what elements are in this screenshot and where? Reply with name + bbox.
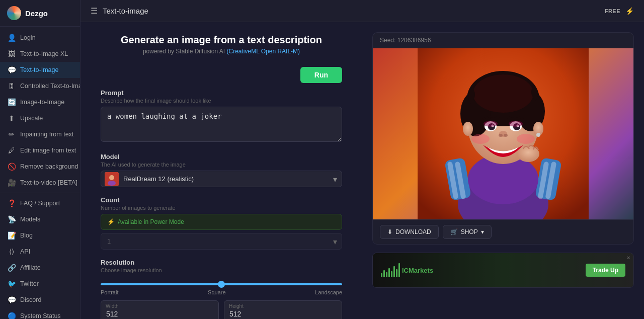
model-group: Model The AI used to generate the image … bbox=[101, 153, 342, 187]
height-label: Height bbox=[229, 303, 244, 309]
page-subheading: powered by Stable Diffusion AI (Creative… bbox=[101, 48, 342, 55]
license-link[interactable]: (CreativeML Open RAIL-M) bbox=[226, 48, 300, 55]
shop-chevron-icon: ▾ bbox=[481, 228, 484, 235]
svg-point-30 bbox=[463, 122, 473, 136]
plan-badge: FREE bbox=[605, 8, 620, 14]
model-select-wrapper: RealDream 12 (realistic) Stable Diffusio… bbox=[101, 171, 342, 187]
upscale-icon: ⬆ bbox=[7, 114, 16, 122]
svg-point-25 bbox=[509, 121, 523, 127]
sidebar-item-text-to-image[interactable]: 💬 Text-to-Image bbox=[0, 62, 80, 78]
ad-bar bbox=[393, 266, 395, 277]
content-area: Generate an image from a text descriptio… bbox=[80, 22, 644, 319]
blog-icon: 📝 bbox=[7, 231, 16, 240]
svg-point-27 bbox=[499, 134, 503, 137]
main: ☰ Text-to-image FREE ⚡ Generate an image… bbox=[80, 0, 644, 319]
image-actions: ⬇ DOWNLOAD 🛒 SHOP ▾ bbox=[373, 219, 633, 244]
shop-button[interactable]: 🛒 SHOP ▾ bbox=[443, 225, 492, 239]
svg-point-17 bbox=[473, 74, 533, 113]
power-mode-text: Available in Power Mode bbox=[118, 218, 184, 225]
sidebar-item-api[interactable]: ⟨⟩ API bbox=[0, 244, 80, 260]
download-label: DOWNLOAD bbox=[395, 228, 431, 235]
twitter-icon: 🐦 bbox=[7, 280, 16, 288]
sidebar-item-text-to-video[interactable]: 🎥 Text-to-video [BETA] bbox=[0, 175, 80, 191]
sidebar-logo: Dezgo bbox=[0, 0, 80, 27]
count-select-wrapper: 1 ▾ bbox=[101, 233, 342, 250]
sidebar-item-label: Login bbox=[20, 34, 36, 41]
sidebar-item-inpainting[interactable]: ✏ Inpainting from text bbox=[0, 126, 80, 142]
sidebar-item-label: API bbox=[20, 248, 30, 255]
svg-point-28 bbox=[504, 134, 508, 137]
sidebar-item-login[interactable]: 👤 Login bbox=[0, 30, 80, 46]
page-title: Generate an image from a text descriptio… bbox=[101, 34, 342, 46]
ad-brand: ICMarkets bbox=[381, 263, 433, 277]
sidebar-item-remove-background[interactable]: 🚫 Remove background bbox=[0, 158, 80, 175]
sidebar-item-label: Blog bbox=[20, 232, 33, 239]
width-label: Width bbox=[106, 303, 119, 309]
image-card: Seed: 1206386956 bbox=[372, 32, 634, 245]
sidebar-item-text-to-image-xl[interactable]: 🖼 Text-to-Image XL bbox=[0, 46, 80, 62]
resolution-slider[interactable] bbox=[101, 283, 342, 285]
ad-inner: ICMarkets Trade Up bbox=[373, 253, 633, 287]
model-label: Model bbox=[101, 153, 342, 161]
ad-bar bbox=[386, 272, 387, 277]
sidebar-item-edit-image[interactable]: 🖊 Edit image from text bbox=[0, 142, 80, 158]
ad-bar bbox=[388, 268, 390, 277]
sidebar-item-image-to-image[interactable]: 🔄 Image-to-Image bbox=[0, 94, 80, 110]
sidebar-item-label: Controlled Text-to-Image bbox=[20, 83, 80, 90]
sidebar-item-label: Text-to-Image XL bbox=[20, 50, 68, 57]
sidebar-item-controlled-text-to-image[interactable]: 🎛 Controlled Text-to-Image bbox=[0, 78, 80, 94]
text-image-icon: 💬 bbox=[7, 66, 16, 74]
sidebar-item-faq[interactable]: ❓ FAQ / Support bbox=[0, 195, 80, 211]
ad-close-icon[interactable]: ✕ bbox=[626, 255, 630, 261]
power-mode-notice: ⚡ Available in Power Mode bbox=[101, 214, 342, 230]
svg-point-33 bbox=[517, 134, 535, 144]
ad-chart-icon bbox=[381, 263, 400, 277]
model-avatar bbox=[105, 172, 119, 186]
width-group: Width bbox=[101, 300, 219, 319]
sidebar-item-label: Discord bbox=[20, 296, 41, 303]
model-hint: The AI used to generate the image bbox=[101, 162, 342, 168]
topbar: ☰ Text-to-image FREE ⚡ bbox=[80, 0, 644, 22]
square-label: Square bbox=[208, 289, 225, 295]
run-button[interactable]: Run bbox=[300, 67, 342, 83]
topbar-left: ☰ Text-to-image bbox=[91, 6, 148, 16]
count-chevron-icon: ▾ bbox=[333, 236, 337, 246]
ad-brand-name: ICMarkets bbox=[402, 267, 433, 274]
ad-bar bbox=[381, 273, 382, 277]
svg-point-31 bbox=[536, 133, 540, 137]
ad-bar bbox=[391, 271, 392, 277]
height-group: Height bbox=[224, 300, 342, 319]
prompt-input[interactable]: a women laughing at a joker bbox=[101, 107, 342, 142]
portrait-label: Portrait bbox=[101, 289, 118, 295]
sidebar-item-upscale[interactable]: ⬆ Upscale bbox=[0, 110, 80, 126]
controlled-icon: 🎛 bbox=[7, 82, 16, 90]
sidebar-item-label: Inpainting from text bbox=[20, 131, 73, 138]
sidebar: Dezgo 👤 Login 🖼 Text-to-Image XL 💬 Text-… bbox=[0, 0, 80, 319]
bolt-small-icon: ⚡ bbox=[107, 218, 115, 225]
models-icon: 📡 bbox=[7, 215, 16, 223]
resolution-group: Resolution Choose image resolution Portr… bbox=[101, 259, 342, 319]
sidebar-item-label: Edit image from text bbox=[20, 147, 76, 154]
download-icon: ⬇ bbox=[387, 228, 392, 235]
model-select[interactable]: RealDream 12 (realistic) Stable Diffusio… bbox=[101, 171, 342, 187]
sidebar-nav: 👤 Login 🖼 Text-to-Image XL 💬 Text-to-Ima… bbox=[0, 27, 80, 319]
ad-bar bbox=[396, 269, 397, 277]
count-hint: Number of images to generate bbox=[101, 205, 342, 211]
download-button[interactable]: ⬇ DOWNLOAD bbox=[380, 225, 439, 239]
sidebar-item-label: Twitter bbox=[20, 280, 39, 287]
sidebar-item-blog[interactable]: 📝 Blog bbox=[0, 227, 80, 244]
run-button-container: Run bbox=[101, 67, 342, 83]
sidebar-item-affiliate[interactable]: 🔗 Affiliate bbox=[0, 260, 80, 276]
sidebar-item-label: Text-to-Image bbox=[20, 66, 58, 73]
sidebar-item-models[interactable]: 📡 Models bbox=[0, 211, 80, 227]
page-heading: Generate an image from a text descriptio… bbox=[101, 34, 342, 55]
sidebar-item-system-status[interactable]: 🔵 System Status bbox=[0, 308, 80, 319]
affiliate-icon: 🔗 bbox=[7, 264, 16, 272]
ad-cta-button[interactable]: Trade Up bbox=[586, 264, 625, 277]
hamburger-icon[interactable]: ☰ bbox=[91, 6, 98, 16]
api-icon: ⟨⟩ bbox=[7, 248, 16, 256]
app-logo-icon bbox=[7, 6, 21, 20]
sidebar-item-twitter[interactable]: 🐦 Twitter bbox=[0, 276, 80, 292]
sidebar-item-discord[interactable]: 💬 Discord bbox=[0, 292, 80, 308]
shop-label: SHOP bbox=[461, 228, 478, 235]
